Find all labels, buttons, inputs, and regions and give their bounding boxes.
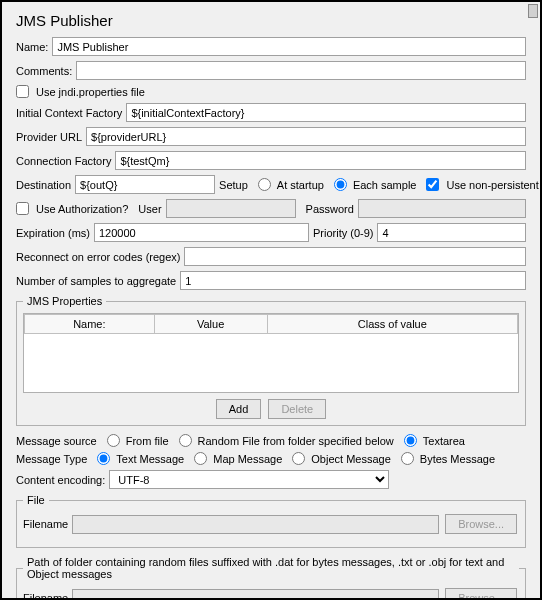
use-auth-checkbox[interactable] bbox=[16, 202, 29, 215]
conn-factory-field[interactable] bbox=[115, 151, 526, 170]
reconnect-label: Reconnect on error codes (regex) bbox=[16, 251, 180, 263]
jms-properties-fieldset: JMS Properties Name: Value Class of valu… bbox=[16, 295, 526, 426]
destination-label: Destination bbox=[16, 179, 71, 191]
from-file-label: From file bbox=[126, 435, 169, 447]
destination-field[interactable] bbox=[75, 175, 215, 194]
use-jndi-checkbox[interactable] bbox=[16, 85, 29, 98]
textarea-radio[interactable] bbox=[404, 434, 417, 447]
file-fieldset: File Filename Browse... bbox=[16, 494, 526, 548]
filename1-label: Filename bbox=[23, 518, 68, 530]
name-field[interactable] bbox=[52, 37, 526, 56]
msg-source-label: Message source bbox=[16, 435, 97, 447]
setup-label: Setup bbox=[219, 179, 248, 191]
browse2-button[interactable]: Browse... bbox=[445, 588, 517, 598]
bytes-msg-radio[interactable] bbox=[401, 452, 414, 465]
user-label: User bbox=[138, 203, 161, 215]
reconnect-field[interactable] bbox=[184, 247, 526, 266]
non-persistent-checkbox[interactable] bbox=[426, 178, 439, 191]
expiration-field[interactable] bbox=[94, 223, 309, 242]
col-name[interactable]: Name: bbox=[25, 315, 155, 334]
jms-properties-legend: JMS Properties bbox=[23, 295, 106, 307]
text-msg-label: Text Message bbox=[116, 453, 184, 465]
encoding-select[interactable]: UTF-8 bbox=[109, 470, 389, 489]
map-msg-label: Map Message bbox=[213, 453, 282, 465]
conn-factory-label: Connection Factory bbox=[16, 155, 111, 167]
random-file-label: Random File from folder specified below bbox=[198, 435, 394, 447]
map-msg-radio[interactable] bbox=[194, 452, 207, 465]
comments-field[interactable] bbox=[76, 61, 526, 80]
filename2-field[interactable] bbox=[72, 589, 439, 599]
num-samples-label: Number of samples to aggregate bbox=[16, 275, 176, 287]
ctx-factory-label: Initial Context Factory bbox=[16, 107, 122, 119]
comments-label: Comments: bbox=[16, 65, 72, 77]
each-sample-label: Each sample bbox=[353, 179, 417, 191]
use-auth-label: Use Authorization? bbox=[36, 203, 128, 215]
priority-field[interactable] bbox=[377, 223, 526, 242]
textarea-label: Textarea bbox=[423, 435, 465, 447]
user-field[interactable] bbox=[166, 199, 296, 218]
delete-button[interactable]: Delete bbox=[268, 399, 326, 419]
password-field[interactable] bbox=[358, 199, 526, 218]
provider-url-field[interactable] bbox=[86, 127, 526, 146]
obj-msg-label: Object Message bbox=[311, 453, 390, 465]
obj-msg-radio[interactable] bbox=[292, 452, 305, 465]
browse1-button[interactable]: Browse... bbox=[445, 514, 517, 534]
at-startup-label: At startup bbox=[277, 179, 324, 191]
add-button[interactable]: Add bbox=[216, 399, 262, 419]
random-path-legend: Path of folder containing random files s… bbox=[23, 556, 519, 580]
bytes-msg-label: Bytes Message bbox=[420, 453, 495, 465]
file-legend: File bbox=[23, 494, 49, 506]
text-msg-radio[interactable] bbox=[97, 452, 110, 465]
provider-url-label: Provider URL bbox=[16, 131, 82, 143]
col-class[interactable]: Class of value bbox=[267, 315, 517, 334]
from-file-radio[interactable] bbox=[107, 434, 120, 447]
password-label: Password bbox=[306, 203, 354, 215]
jms-properties-table[interactable]: Name: Value Class of value bbox=[23, 313, 519, 393]
each-sample-radio[interactable] bbox=[334, 178, 347, 191]
random-path-fieldset: Path of folder containing random files s… bbox=[16, 556, 526, 598]
page-title: JMS Publisher bbox=[16, 12, 526, 29]
non-persistent-label: Use non-persistent delivery mode? bbox=[446, 179, 540, 191]
expiration-label: Expiration (ms) bbox=[16, 227, 90, 239]
random-file-radio[interactable] bbox=[179, 434, 192, 447]
col-value[interactable]: Value bbox=[154, 315, 267, 334]
scrollbar-thumb[interactable] bbox=[528, 4, 538, 18]
ctx-factory-field[interactable] bbox=[126, 103, 526, 122]
msg-type-label: Message Type bbox=[16, 453, 87, 465]
filename1-field[interactable] bbox=[72, 515, 439, 534]
num-samples-field[interactable] bbox=[180, 271, 526, 290]
at-startup-radio[interactable] bbox=[258, 178, 271, 191]
filename2-label: Filename bbox=[23, 592, 68, 598]
content-enc-label: Content encoding: bbox=[16, 474, 105, 486]
priority-label: Priority (0-9) bbox=[313, 227, 374, 239]
name-label: Name: bbox=[16, 41, 48, 53]
use-jndi-label: Use jndi.properties file bbox=[36, 86, 145, 98]
